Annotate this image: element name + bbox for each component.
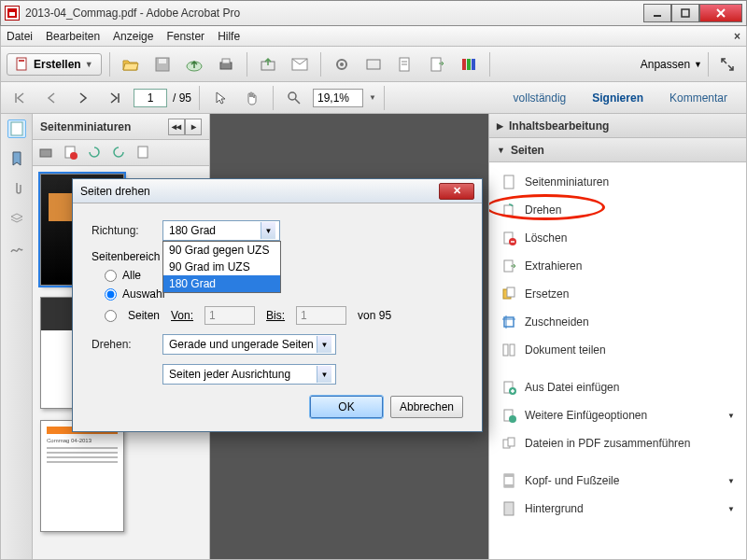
prev-icon [46, 91, 57, 105]
tool-extrahieren[interactable]: Extrahieren [489, 252, 746, 280]
chevron-down-icon: ▼ [317, 366, 331, 383]
zoom-input[interactable] [313, 89, 363, 107]
direction-option-90cw[interactable]: 90 Grad im UZS [163, 259, 280, 275]
tool-hintergrund[interactable]: Hintergrund▼ [489, 495, 746, 523]
layers-rail-icon[interactable] [7, 209, 26, 228]
cloud-button[interactable] [181, 51, 207, 77]
menu-datei[interactable]: Datei [7, 30, 33, 43]
chevron-down-icon[interactable]: ▼ [369, 93, 376, 102]
last-page-button[interactable] [102, 85, 128, 111]
direction-option-180[interactable]: 180 Grad [163, 275, 280, 292]
tool-loeschen[interactable]: Löschen [489, 224, 746, 252]
section-inhaltsbearbeitung[interactable]: ▶Inhaltsbearbeitung [489, 114, 746, 138]
chevron-down-icon: ▼ [727, 477, 735, 485]
settings-button[interactable] [329, 51, 355, 77]
hand-icon [245, 91, 260, 105]
header-footer-icon [500, 472, 517, 489]
tool-dokument-teilen[interactable]: Dokument teilen [489, 336, 746, 364]
window-title: 2013-04_Commag.pdf - Adobe Acrobat Pro [25, 7, 643, 20]
tool-b[interactable] [392, 51, 418, 77]
radio-alle-row: Alle [105, 269, 463, 282]
thumb-delete-icon[interactable] [63, 145, 79, 161]
rotate-combo-orientation[interactable]: Seiten jeder Ausrichtung▼ [162, 364, 336, 385]
insert-file-icon [500, 379, 517, 396]
to-input [296, 306, 346, 325]
menu-fenster[interactable]: Fenster [166, 30, 204, 43]
tool-c[interactable] [424, 51, 450, 77]
tab-vollstaendig[interactable]: vollständig [500, 86, 580, 110]
tool-weitere-einfuegeoptionen[interactable]: Weitere Einfügeoptionen▼ [489, 401, 746, 429]
thumb-rotate2-icon[interactable] [111, 145, 128, 161]
thumb-more-icon[interactable] [135, 145, 152, 161]
bookmark-rail-icon[interactable] [7, 149, 26, 168]
open-button[interactable] [118, 51, 144, 77]
menu-bearbeiten[interactable]: Bearbeiten [46, 30, 100, 43]
dialog-close-button[interactable]: ✕ [439, 183, 474, 200]
thumb-next-button[interactable]: ▸ [185, 119, 202, 135]
thumbnails-rail-icon[interactable] [7, 119, 26, 138]
first-page-button[interactable] [7, 85, 33, 111]
hand-tool[interactable] [239, 85, 265, 111]
tool-aus-datei-einfuegen[interactable]: Aus Datei einfügen [489, 373, 746, 401]
tool-drehen[interactable]: Drehen [489, 196, 746, 224]
svg-rect-53 [504, 484, 514, 487]
thumb-prev-button[interactable]: ◂◂ [168, 119, 185, 135]
ok-button[interactable]: OK [310, 396, 383, 418]
zoom-tool[interactable] [281, 85, 307, 111]
thumbnail-tools [33, 140, 209, 166]
menubar-close-icon[interactable]: × [734, 30, 740, 43]
left-rail [1, 114, 33, 559]
cursor-icon [214, 91, 227, 105]
thumbnails-title: Seitenminiaturen [40, 120, 131, 133]
next-page-button[interactable] [70, 85, 96, 111]
page-icon [500, 174, 517, 190]
direction-dropdown: 90 Grad gegen UZS 90 Grad im UZS 180 Gra… [162, 241, 281, 293]
direction-option-90ccw[interactable]: 90 Grad gegen UZS [163, 242, 280, 259]
first-icon [13, 91, 26, 105]
tools-panel: ▶Inhaltsbearbeitung ▼Seiten Seitenminiat… [488, 114, 746, 559]
page-thumbnail-3[interactable]: Commag 04-2013 [40, 420, 124, 532]
tool-kopf-fusszeile[interactable]: Kopf- und Fußzeile▼ [489, 467, 746, 495]
radio-alle[interactable] [105, 270, 117, 282]
signatures-rail-icon[interactable] [7, 239, 26, 258]
tool-ersetzen[interactable]: Ersetzen [489, 280, 746, 308]
tab-signieren[interactable]: Signieren [579, 86, 656, 110]
tool-d[interactable] [456, 51, 482, 77]
tab-kommentar[interactable]: Kommentar [656, 86, 740, 110]
section-seiten[interactable]: ▼Seiten [489, 138, 746, 162]
tool-a[interactable] [360, 51, 387, 77]
tool-seitenminiaturen[interactable]: Seitenminiaturen [489, 168, 746, 196]
minimize-button[interactable] [643, 4, 671, 22]
email-button[interactable] [287, 51, 313, 77]
tool-zuschneiden[interactable]: Zuschneiden [489, 308, 746, 336]
thumb-print-icon[interactable] [38, 145, 55, 161]
create-button[interactable]: Erstellen ▼ [7, 53, 102, 76]
menu-hilfe[interactable]: Hilfe [218, 30, 240, 43]
maximize-button[interactable] [671, 4, 699, 22]
svg-rect-10 [222, 59, 230, 63]
direction-combo[interactable]: 180 Grad ▼ 90 Grad gegen UZS 90 Grad im … [162, 220, 280, 241]
page-number-input[interactable] [134, 89, 167, 107]
save-icon [154, 56, 171, 73]
radio-auswahl[interactable] [105, 288, 117, 301]
share-button[interactable] [255, 51, 281, 77]
select-tool[interactable] [207, 85, 233, 111]
rotate-combo-parity[interactable]: Gerade und ungerade Seiten▼ [162, 334, 336, 355]
tool-dateien-zusammenfuehren[interactable]: Dateien in PDF zusammenführen [489, 429, 746, 457]
share-icon [260, 56, 276, 73]
radio-seiten[interactable] [105, 310, 117, 322]
printer-icon [218, 56, 234, 73]
thumb-rotate-icon[interactable] [87, 145, 104, 161]
chevron-down-icon: ▼ [727, 505, 735, 513]
attachment-rail-icon[interactable] [7, 179, 26, 198]
print-button[interactable] [213, 51, 239, 77]
customize-label[interactable]: Anpassen [641, 58, 690, 71]
cancel-button[interactable]: Abbrechen [390, 396, 463, 418]
prev-page-button[interactable] [38, 85, 64, 111]
svg-point-23 [289, 92, 296, 100]
save-button[interactable] [149, 51, 176, 77]
fullscreen-button[interactable] [714, 51, 740, 77]
menu-anzeige[interactable]: Anzeige [113, 30, 153, 43]
nav-toolbar: / 95 ▼ vollständig Signieren Kommentar [0, 82, 747, 114]
close-button[interactable] [699, 4, 742, 22]
